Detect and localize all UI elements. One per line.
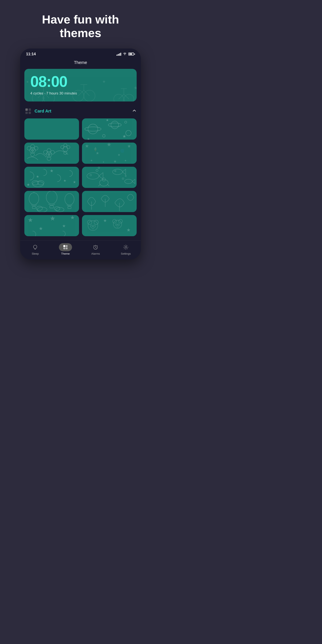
bottom-nav: Sleep Theme	[20, 240, 141, 260]
svg-text:★: ★	[64, 180, 66, 182]
card-art-grid: ★ ★ ★	[24, 118, 137, 240]
svg-text:★: ★	[127, 144, 131, 148]
card-art-moons[interactable]: ★ ★ ★ ★ ★	[24, 167, 79, 188]
card-art-planets[interactable]: ★ ★ ★	[82, 118, 137, 140]
nav-settings-label: Settings	[121, 252, 131, 255]
svg-point-77	[124, 179, 132, 184]
nav-alarms-label: Alarms	[91, 252, 100, 255]
svg-point-106	[88, 220, 92, 224]
card-art-leaves[interactable]	[82, 191, 137, 212]
svg-text:★: ★	[96, 151, 99, 155]
svg-point-52	[61, 146, 64, 149]
svg-point-78	[100, 180, 108, 186]
settings-icon	[123, 244, 128, 250]
nav-settings-icon-wrap	[119, 243, 132, 251]
phone-mockup: 11:14 Theme	[20, 48, 141, 260]
nav-sleep-icon-wrap	[28, 243, 42, 251]
svg-point-27	[88, 124, 98, 134]
nav-theme[interactable]: Theme	[57, 243, 74, 255]
svg-point-49	[63, 146, 68, 152]
svg-text:★: ★	[104, 219, 106, 222]
svg-rect-120	[66, 248, 68, 249]
svg-point-86	[29, 193, 39, 205]
phone-content: Theme	[20, 58, 141, 240]
card-art-plain[interactable]	[24, 118, 79, 140]
status-time: 11:14	[26, 52, 36, 56]
svg-point-82	[96, 169, 98, 172]
svg-line-80	[98, 184, 100, 186]
card-art-balloons[interactable]	[24, 191, 79, 212]
nav-theme-label: Theme	[61, 252, 70, 255]
svg-point-41	[34, 146, 38, 150]
svg-text:★: ★	[113, 159, 117, 164]
svg-text:★: ★	[71, 216, 74, 220]
signal-icon	[116, 52, 121, 56]
svg-text:★: ★	[74, 181, 76, 183]
card-art-flowers[interactable]	[24, 142, 79, 164]
svg-point-114	[118, 224, 120, 226]
svg-point-75	[112, 169, 122, 174]
svg-point-109	[93, 225, 95, 227]
alarm-card[interactable]: ★ ★ ★ ★ 08:00 4 cycles · 7 hours 30 minu…	[24, 69, 137, 102]
nav-sleep[interactable]: Sleep	[27, 243, 44, 255]
nav-settings[interactable]: Settings	[117, 243, 134, 255]
card-art-section-header[interactable]: Card Art	[24, 106, 137, 118]
alarm-time: 08:00	[30, 74, 131, 89]
svg-text:★: ★	[50, 169, 53, 172]
svg-point-53	[67, 146, 70, 149]
svg-rect-87	[32, 206, 36, 208]
status-icons	[116, 52, 135, 56]
card-art-fish[interactable]	[82, 167, 137, 188]
svg-point-47	[51, 150, 54, 154]
wifi-icon	[123, 52, 127, 56]
svg-point-74	[90, 174, 92, 176]
svg-rect-23	[26, 108, 28, 111]
card-art-title: Card Art	[34, 109, 51, 114]
svg-point-42	[32, 149, 34, 152]
chevron-up-icon[interactable]	[132, 108, 137, 114]
svg-text:★: ★	[27, 183, 30, 186]
svg-point-91	[65, 194, 74, 205]
svg-text:★: ★	[90, 159, 93, 162]
nav-theme-icon-wrap	[59, 243, 72, 251]
battery-icon	[128, 52, 135, 56]
svg-point-108	[90, 225, 92, 227]
svg-point-40	[27, 146, 31, 150]
svg-text:★: ★	[106, 142, 112, 148]
nav-sleep-label: Sleep	[32, 252, 39, 255]
svg-line-123	[96, 248, 96, 248]
svg-point-46	[44, 150, 47, 154]
svg-point-32	[102, 134, 105, 137]
svg-text:🌀: 🌀	[120, 148, 124, 152]
nav-alarms-icon-wrap	[89, 243, 102, 251]
svg-rect-25	[26, 112, 28, 114]
svg-rect-117	[63, 245, 65, 247]
svg-text:★: ★	[106, 119, 108, 121]
svg-point-29	[111, 121, 119, 128]
svg-text:★: ★	[127, 228, 130, 232]
card-art-bottom2[interactable]: ★ ★	[82, 215, 137, 236]
page-title: Have fun with themes	[42, 13, 119, 40]
alarms-icon	[93, 244, 98, 250]
svg-text:★: ★	[63, 224, 65, 228]
svg-rect-92	[68, 206, 71, 208]
svg-point-76	[114, 170, 116, 172]
svg-point-107	[94, 220, 98, 224]
svg-rect-26	[28, 112, 31, 114]
nav-alarms[interactable]: Alarms	[87, 243, 104, 255]
card-art-bottom1[interactable]: ★ ★ ★ ★ ★	[24, 215, 79, 236]
alarm-cycles: 4 cycles · 7 hours 30 minutes	[30, 91, 131, 96]
svg-text:🍦: 🍦	[93, 147, 98, 152]
svg-point-30	[108, 123, 122, 127]
svg-text:★: ★	[123, 134, 126, 138]
svg-point-84	[122, 178, 124, 180]
svg-text:★: ★	[28, 217, 32, 222]
svg-point-125	[125, 246, 127, 248]
svg-rect-119	[63, 248, 65, 249]
svg-point-83	[98, 167, 100, 169]
svg-text:★: ★	[85, 143, 89, 149]
svg-point-113	[116, 224, 117, 226]
svg-point-94	[36, 206, 42, 210]
svg-point-31	[126, 130, 131, 136]
card-art-stars[interactable]: ★ ★ ★ ★ ★ ★ ★ ★ ★ 🍦 🌀	[82, 142, 137, 164]
